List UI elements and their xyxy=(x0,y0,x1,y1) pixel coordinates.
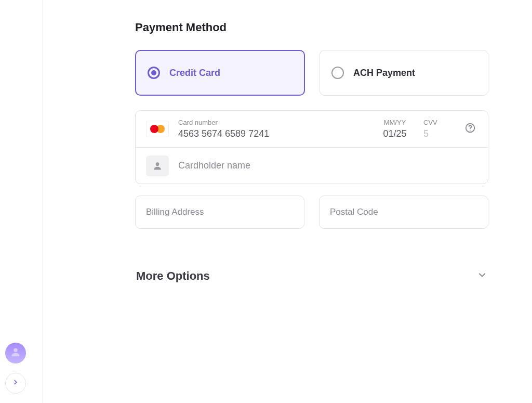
chevron-down-icon xyxy=(477,270,487,282)
cardholder-name-row xyxy=(136,147,488,184)
card-number-value: 4563 5674 6589 7241 xyxy=(178,128,366,139)
card-expiry-value: 01/25 xyxy=(383,128,406,139)
card-details-block: Card number 4563 5674 6589 7241 MM/YY 01… xyxy=(135,110,488,184)
billing-address-input[interactable] xyxy=(135,196,304,229)
cardholder-name-input[interactable] xyxy=(178,160,477,171)
svg-point-3 xyxy=(156,162,159,166)
card-number-label: Card number xyxy=(178,119,366,126)
more-options-toggle[interactable]: More Options xyxy=(135,265,488,287)
person-icon xyxy=(10,346,21,360)
nav-forward-button[interactable] xyxy=(5,373,26,394)
payment-method-tabs: Credit Card ACH Payment xyxy=(135,50,488,96)
person-icon xyxy=(146,155,169,176)
address-row xyxy=(135,196,488,229)
card-cvv-value: 5 xyxy=(423,128,460,139)
tab-ach-payment[interactable]: ACH Payment xyxy=(320,50,488,96)
card-cvv-field[interactable]: CVV 5 xyxy=(423,119,460,139)
cvv-help-button[interactable] xyxy=(463,122,477,136)
card-number-row[interactable]: Card number 4563 5674 6589 7241 MM/YY 01… xyxy=(136,111,488,147)
card-cvv-label: CVV xyxy=(423,119,460,126)
mastercard-icon xyxy=(146,121,169,137)
card-number-field[interactable]: Card number 4563 5674 6589 7241 xyxy=(178,119,366,139)
sidebar-divider xyxy=(43,0,43,403)
svg-point-2 xyxy=(470,130,470,131)
avatar-button[interactable] xyxy=(5,343,26,363)
radio-unselected-icon xyxy=(331,67,344,79)
tab-credit-card[interactable]: Credit Card xyxy=(135,50,305,96)
payment-form: Payment Method Credit Card ACH Payment C… xyxy=(135,21,488,287)
tab-ach-label: ACH Payment xyxy=(353,68,415,79)
card-expiry-field[interactable]: MM/YY 01/25 xyxy=(366,119,423,139)
floating-controls xyxy=(5,343,26,394)
more-options-label: More Options xyxy=(136,269,210,283)
section-title: Payment Method xyxy=(135,21,488,34)
tab-credit-card-label: Credit Card xyxy=(169,68,220,79)
card-expiry-label: MM/YY xyxy=(384,119,406,126)
chevron-right-icon xyxy=(12,379,19,388)
help-circle-icon xyxy=(464,122,476,136)
svg-point-0 xyxy=(14,348,17,352)
radio-selected-icon xyxy=(148,67,160,79)
postal-code-input[interactable] xyxy=(319,196,488,229)
